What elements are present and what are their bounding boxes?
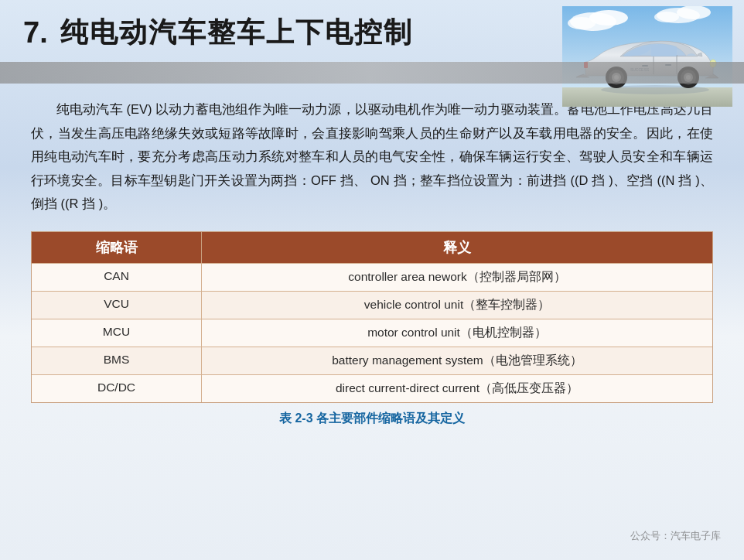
title-number: 7. <box>23 16 48 50</box>
header-abbr: 缩略语 <box>32 232 202 263</box>
table-row: MCU motor control unit（电机控制器） <box>32 319 712 347</box>
table-row: DC/DC direct current-direct current（高低压变… <box>32 374 712 402</box>
abbr-mcu: MCU <box>32 319 202 347</box>
title-text: 纯电动汽车整车上下电控制 <box>60 14 413 52</box>
svg-point-6 <box>654 12 679 22</box>
abbr-can: CAN <box>32 264 202 291</box>
def-can: controller area nework（控制器局部网） <box>202 264 712 291</box>
abbr-bms: BMS <box>32 347 202 374</box>
table-row: BMS battery management system（电池管理系统） <box>32 347 712 374</box>
table-caption: 表 2-3 各主要部件缩略语及其定义 <box>0 403 744 431</box>
abbr-vcu: VCU <box>32 292 202 319</box>
def-mcu: motor control unit（电机控制器） <box>202 319 712 347</box>
table-row: CAN controller area nework（控制器局部网） <box>32 263 712 291</box>
header-section: 7. 纯电动汽车整车上下电控制 <box>0 0 744 62</box>
svg-point-3 <box>568 17 596 29</box>
header-def: 释义 <box>202 232 712 263</box>
abbreviation-table: 缩略语 释义 CAN controller area nework（控制器局部网… <box>31 231 713 403</box>
abbr-dcdc: DC/DC <box>32 375 202 402</box>
table-row: VCU vehicle control unit（整车控制器） <box>32 291 712 319</box>
separator-bar <box>0 62 744 84</box>
watermark: 公众号：汽车电子库 <box>630 529 721 543</box>
car-image: SUCCESS <box>562 6 732 107</box>
def-dcdc: direct current-direct current（高低压变压器） <box>202 375 712 402</box>
title-area: 7. 纯电动汽车整车上下电控制 <box>23 14 413 52</box>
def-bms: battery management system（电池管理系统） <box>202 347 712 374</box>
page-container: 7. 纯电动汽车整车上下电控制 <box>0 0 744 560</box>
def-vcu: vehicle control unit（整车控制器） <box>202 292 712 319</box>
table-header: 缩略语 释义 <box>32 232 712 263</box>
